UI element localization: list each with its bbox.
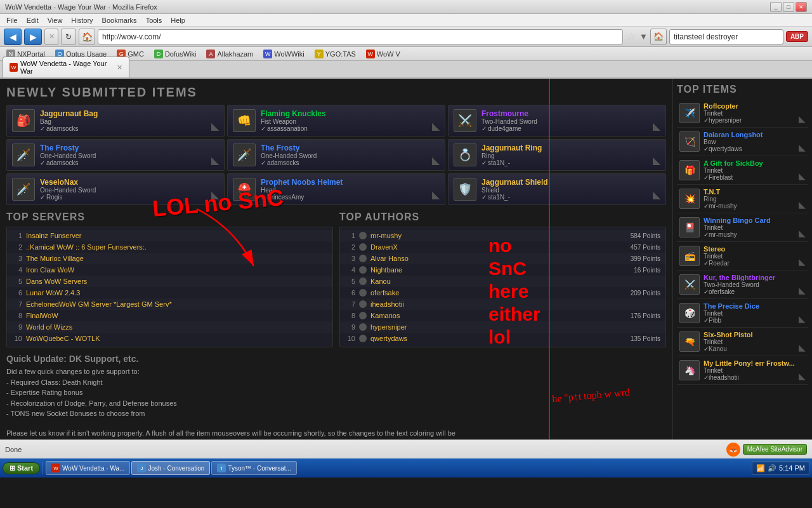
server-item-6[interactable]: 6 Lunar WoW 2.4.3: [7, 287, 332, 298]
server-name-4[interactable]: Iron Claw WoW: [26, 266, 327, 274]
bookmark-wowv[interactable]: W WoW V: [362, 48, 404, 60]
server-item-9[interactable]: 9 World of Wizzs: [7, 321, 332, 333]
bookmark-ygotas[interactable]: Y YGO:TAS: [311, 48, 360, 60]
menu-help[interactable]: Help: [167, 15, 189, 25]
author-name-8[interactable]: Kamanos: [370, 312, 627, 319]
server-item-8[interactable]: 8 FinalWoW: [7, 310, 332, 321]
item-info-6: VeseloNax One-Handed Sword ✓ Rogis: [40, 178, 206, 201]
mcafee-button[interactable]: McAfee SiteAdvisor: [743, 444, 807, 455]
server-item-7[interactable]: 7 EchelonedWoW GM Server *Largest GM Ser…: [7, 298, 332, 310]
sidebar-item-0[interactable]: ✈️ Roflcopter Trinket ✓hypersniper ◣: [677, 99, 808, 128]
two-col-section: TOP SERVERS 1 Insainz Funserver 2 .:Kami…: [6, 211, 666, 347]
forward-button[interactable]: ▶: [24, 29, 42, 45]
bookmark-star-icon[interactable]: ☆: [625, 30, 637, 43]
author-item-10[interactable]: 10 qwertydaws 135 Points: [340, 333, 665, 344]
author-item-3[interactable]: 3 Alvar Hanso 399 Points: [340, 253, 665, 264]
server-name-3[interactable]: The Murloc Village: [26, 255, 327, 262]
sidebar-item-2[interactable]: 🎁 A Gift for SickBoy Trinket ✓Fireblast …: [677, 156, 808, 185]
server-name-7[interactable]: EchelonedWoW GM Server *Largest GM Serv*: [26, 300, 327, 308]
server-name-9[interactable]: World of Wizzs: [26, 323, 327, 331]
search-input[interactable]: [669, 29, 783, 44]
author-icon-7: [359, 300, 367, 308]
menu-bookmarks[interactable]: Bookmarks: [98, 15, 141, 25]
author-name-1[interactable]: mr-mushy: [370, 232, 627, 239]
item-card-4[interactable]: 🗡️ The Frosty One-Handed Sword ✓ adamsoc…: [227, 139, 445, 171]
tab-wowvendetta[interactable]: W WoW Vendetta - Wage Your War ✕: [3, 57, 129, 77]
item-card-7[interactable]: ⛑️ Prophet Noobs Helmet Head ✓ PrincessA…: [227, 173, 445, 205]
menu-tools[interactable]: Tools: [142, 15, 166, 25]
start-button[interactable]: ⊞ Start: [3, 462, 40, 474]
server-item-3[interactable]: 3 The Murloc Village: [7, 253, 332, 264]
sidebar-item-8[interactable]: 🔫 Six-Shot Pistol Trinket ✓Kanou ◣: [677, 328, 808, 356]
item-card-6[interactable]: 🗡️ VeseloNax One-Handed Sword ✓ Rogis ◣: [6, 173, 225, 205]
sidebar-info-4: Winning Bingo Card Trinket ✓mr-mushy: [704, 217, 795, 238]
server-name-8[interactable]: FinalWoW: [26, 312, 327, 319]
author-item-6[interactable]: 6 oferfsake 209 Points: [340, 287, 665, 298]
bookmark-allakhazam[interactable]: A Allakhazam: [202, 48, 257, 60]
back-button[interactable]: ◀: [4, 29, 22, 45]
server-item-10[interactable]: 10 WoWQuebeC - WOTLK: [7, 333, 332, 344]
maximize-button[interactable]: □: [783, 2, 794, 12]
bookmark-wowwiki[interactable]: W WoWWiki: [259, 48, 308, 60]
author-name-9[interactable]: hypersniper: [370, 323, 657, 331]
close-button[interactable]: ✕: [796, 2, 807, 12]
home-page-button[interactable]: 🏠: [650, 29, 667, 45]
author-item-8[interactable]: 8 Kamanos 176 Points: [340, 310, 665, 321]
taskbar-josh[interactable]: J Josh - Conversation: [131, 461, 210, 475]
author-item-4[interactable]: 4 Nightbane 16 Points: [340, 264, 665, 276]
server-item-4[interactable]: 4 Iron Claw WoW: [7, 264, 332, 276]
author-item-5[interactable]: 5 Kanou: [340, 276, 665, 287]
home-button[interactable]: 🏠: [79, 29, 95, 45]
sidebar-item-7[interactable]: 🎲 The Precise Dice Trinket ✓Pibb ◣: [677, 299, 808, 328]
server-name-2[interactable]: .:Kamical WoW :: 6 Super Funservers:.: [26, 243, 327, 251]
menu-view[interactable]: View: [44, 15, 67, 25]
author-name-2[interactable]: DravenX: [370, 243, 627, 251]
server-name-10[interactable]: WoWQuebeC - WOTLK: [26, 335, 327, 342]
sidebar-item-3[interactable]: 💥 T.N.T Ring ✓mr-mushy ◣: [677, 185, 808, 213]
menu-history[interactable]: History: [67, 15, 96, 25]
author-name-4[interactable]: Nightbane: [370, 266, 630, 274]
item-card-1[interactable]: 👊 Flaming Knuckles Fist Weapon ✓ assassa…: [227, 105, 445, 137]
menu-file[interactable]: File: [3, 15, 22, 25]
server-name-5[interactable]: Dans WoW Servers: [26, 277, 327, 285]
sidebar-item-4[interactable]: 🎴 Winning Bingo Card Trinket ✓mr-mushy ◣: [677, 213, 808, 242]
taskbar-wowvendetta[interactable]: W WoW Vendetta - Wa...: [46, 461, 130, 475]
tab-close-button[interactable]: ✕: [117, 64, 122, 72]
sidebar-item-1[interactable]: 🏹 Dalaran Longshot Bow ✓qwertydaws ◣: [677, 128, 808, 156]
sidebar-item-5[interactable]: 📻 Stereo Trinket ✓Roedar ◣: [677, 242, 808, 271]
author-item-7[interactable]: 7 iheadshotii: [340, 298, 665, 310]
bookmark-dofuswiki[interactable]: D DofusWiki: [150, 48, 200, 60]
author-name-5[interactable]: Kanou: [370, 277, 657, 285]
reload-button[interactable]: ↻: [61, 29, 76, 45]
item-card-3[interactable]: 🗡️ The Frosty One-Handed Sword ✓ adamsoc…: [6, 139, 225, 171]
item-card-2[interactable]: ⚔️ Frostmourne Two-Handed Sword ✓ dude4g…: [448, 105, 666, 137]
sidebar-item-6[interactable]: ⚔️ Kur, the Blightbringer Two-Handed Swo…: [677, 271, 808, 299]
item-corner-8: ◣: [653, 189, 660, 201]
taskbar-tyson[interactable]: T Tyson™ - Conversat...: [211, 461, 296, 475]
adblock-button[interactable]: ABP: [786, 31, 808, 42]
item-card-5[interactable]: 💍 Jaggurnaut Ring Ring ✓ sta1N_- ◣: [448, 139, 666, 171]
item-card-8[interactable]: 🛡️ Jaggurnaut Shield Shield ✓ sta1N_- ◣: [448, 173, 666, 205]
stop-button[interactable]: ✕: [44, 29, 58, 45]
address-bar[interactable]: [98, 29, 623, 44]
server-name-6[interactable]: Lunar WoW 2.4.3: [26, 289, 327, 297]
server-item-1[interactable]: 1 Insainz Funserver: [7, 230, 332, 241]
server-item-5[interactable]: 5 Dans WoW Servers: [7, 276, 332, 287]
author-item-9[interactable]: 9 hypersniper: [340, 321, 665, 333]
server-name-1[interactable]: Insainz Funserver: [26, 232, 327, 239]
menu-edit[interactable]: Edit: [23, 15, 43, 25]
item-icon-7: ⛑️: [233, 178, 256, 201]
author-name-7[interactable]: iheadshotii: [370, 300, 657, 308]
author-name-3[interactable]: Alvar Hanso: [370, 255, 627, 262]
quick-update-line-0: - Required Class: Death Knight: [6, 377, 666, 388]
item-card-0[interactable]: 🎒 Jaggurnaut Bag Bag ✓ adamsocks ◣: [6, 105, 225, 137]
author-name-6[interactable]: oferfsake: [370, 289, 627, 297]
minimize-button[interactable]: _: [770, 2, 782, 12]
tab-bar: W WoW Vendetta - Wage Your War ✕: [0, 61, 812, 79]
server-item-2[interactable]: 2 .:Kamical WoW :: 6 Super Funservers:.: [7, 241, 332, 253]
author-name-10[interactable]: qwertydaws: [370, 335, 627, 342]
author-item-1[interactable]: 1 mr-mushy 584 Points: [340, 230, 665, 241]
sidebar-item-9[interactable]: 🦄 My Little Pony! err Frostw... Trinket …: [677, 356, 808, 385]
author-item-2[interactable]: 2 DravenX 457 Points: [340, 241, 665, 253]
start-label: Start: [17, 464, 33, 472]
